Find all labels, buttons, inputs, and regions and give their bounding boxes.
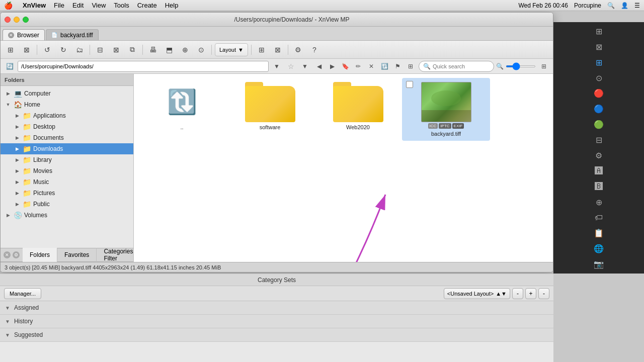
sidebar-item-pictures[interactable]: ▶ 📁 Pictures — [1, 188, 133, 199]
sidebar-item-volumes[interactable]: ▶ 💿 Volumes — [1, 210, 133, 221]
menubar-tools[interactable]: Tools — [114, 2, 129, 9]
apple-menu[interactable]: 🍎 — [4, 2, 13, 10]
layout-plus-btn[interactable]: + — [525, 288, 536, 299]
manager-btn[interactable]: Manager... — [4, 288, 41, 299]
dock-icon-3[interactable]: ⊞ — [590, 56, 608, 69]
sidebar-item-public[interactable]: ▶ 📁 Public — [1, 199, 133, 210]
sidebar-item-downloads[interactable]: ▶ 📁 Downloads — [1, 143, 133, 154]
dock-icon-1[interactable]: ⊞ — [590, 25, 608, 38]
file-item-parent[interactable]: 🔃 .. — [138, 78, 226, 141]
accordion-header-history[interactable]: ▼ History — [0, 315, 553, 328]
toolbar-shrink-btn[interactable]: ⊟ — [93, 43, 107, 56]
sidebar-item-movies[interactable]: ▶ 📁 Movies — [1, 165, 133, 176]
toolbar-back-btn[interactable]: ↺ — [40, 43, 54, 56]
file-item-web2020[interactable]: Web2020 — [314, 78, 402, 141]
addr-edit-btn[interactable]: ✏ — [352, 61, 364, 72]
zoom-range[interactable] — [506, 65, 536, 67]
dock-icon-15[interactable]: 🌐 — [590, 242, 608, 255]
layout-minus-btn[interactable]: - — [512, 288, 523, 299]
addr-bookmark-btn[interactable]: 🔖 — [339, 61, 351, 72]
toolbar-view-btn[interactable]: ⊠ — [20, 43, 34, 56]
addr-dropdown-btn[interactable]: ▼ — [271, 61, 283, 72]
dock-icon-6[interactable]: 🔵 — [590, 102, 608, 116]
main-window: /Users/porcupine/Downloads/ - XnView MP … — [0, 12, 553, 273]
addr-flag-btn[interactable]: ⚑ — [391, 61, 404, 72]
btab-categories[interactable]: Categories Filter — [97, 248, 134, 262]
toolbar-convert-btn[interactable]: ⬒ — [162, 43, 176, 56]
menubar-create[interactable]: Create — [137, 2, 157, 9]
dock-icon-4[interactable]: ⊙ — [590, 71, 608, 85]
dock-icon-14[interactable]: 📋 — [590, 226, 608, 240]
layout-dash-btn[interactable]: - — [538, 288, 549, 299]
menubar-view[interactable]: View — [92, 2, 106, 9]
addr-x-btn[interactable]: ✕ — [365, 61, 377, 72]
btab-favorites[interactable]: Favorites — [57, 248, 97, 262]
dock-icon-7[interactable]: 🟢 — [590, 118, 608, 131]
addr-star-btn[interactable]: ☆ — [285, 61, 297, 72]
menubar-search-icon[interactable]: 🔍 — [607, 2, 615, 9]
addr-go-btn[interactable]: 🔄 — [4, 61, 16, 72]
sidebar-close-btn[interactable]: ✕ — [4, 251, 11, 258]
file-item-backyard[interactable]: ICC IPTC EXIF backyard.tiff — [402, 78, 490, 141]
toolbar-home-btn[interactable]: ⊞ — [4, 43, 18, 56]
menubar-help[interactable]: Help — [165, 2, 179, 9]
toolbar-fwd-btn[interactable]: ↻ — [56, 43, 70, 56]
sidebar-item-applications[interactable]: ▶ 📁 Applications — [1, 110, 133, 121]
dock-icon-13[interactable]: 🏷 — [590, 211, 608, 225]
addr-fullscreen-btn[interactable]: ⊞ — [538, 61, 550, 72]
dock-icon-2[interactable]: ⊠ — [590, 40, 608, 54]
toolbar-hex-btn[interactable]: ⧉ — [125, 43, 139, 56]
dock-icon-5[interactable]: 🔴 — [590, 87, 608, 101]
accordion-label-history: History — [14, 318, 33, 325]
toolbar-thumbnail-small[interactable]: ⊞ — [255, 43, 269, 56]
tab-image[interactable]: 📄 backyard.tiff — [46, 29, 98, 40]
tab-browser[interactable]: ✕ Browser — [3, 29, 45, 40]
toolbar-print-btn[interactable]: 🖶 — [146, 43, 160, 56]
sidebar-item-library[interactable]: ▶ 📁 Library — [1, 154, 133, 165]
sidebar-item-documents[interactable]: ▶ 📁 Documents — [1, 132, 133, 143]
menubar-appname[interactable]: XnView — [23, 2, 46, 9]
dock-icon-16[interactable]: 📷 — [590, 257, 608, 271]
addr-fwd-nav[interactable]: ▶ — [326, 61, 338, 72]
tab-close-browser[interactable]: ✕ — [8, 32, 14, 38]
minimize-button[interactable] — [14, 17, 20, 23]
toolbar-folder-btn[interactable]: 🗂 — [72, 43, 87, 56]
menubar-edit[interactable]: Edit — [72, 2, 84, 9]
file-checkbox-backyard[interactable] — [406, 81, 413, 88]
search-input[interactable] — [433, 63, 483, 69]
menubar-file[interactable]: File — [54, 2, 64, 9]
dock-icon-9[interactable]: ⚙ — [590, 149, 608, 162]
tab-label-browser: Browser — [17, 32, 39, 39]
dock-icon-12[interactable]: ⊕ — [590, 196, 608, 209]
toolbar-add-btn[interactable]: ⊕ — [178, 43, 192, 56]
addr-back-nav[interactable]: ◀ — [313, 61, 325, 72]
toolbar-tile-btn[interactable]: ⊠ — [109, 43, 123, 56]
toolbar-help-btn[interactable]: ? — [307, 43, 321, 56]
accordion-header-assigned[interactable]: ▼ Assigned — [0, 301, 553, 314]
toolbar-scan-btn[interactable]: ⊙ — [194, 43, 208, 56]
menubar-menu-icon[interactable]: ☰ — [634, 2, 640, 9]
toolbar-layout-btn[interactable]: Layout ▼ — [215, 43, 248, 56]
btab-folders[interactable]: Folders — [23, 248, 57, 262]
dock-icon-11[interactable]: 🅱 — [590, 180, 608, 194]
close-button[interactable] — [5, 17, 11, 23]
folder-icon-movies: 📁 — [23, 167, 31, 175]
addr-star-dropdown[interactable]: ▼ — [299, 61, 311, 72]
address-input[interactable] — [18, 61, 269, 72]
sidebar-item-desktop[interactable]: ▶ 📁 Desktop — [1, 121, 133, 132]
badge-iptc: IPTC — [439, 123, 451, 129]
sidebar-item-music[interactable]: ▶ 📁 Music — [1, 176, 133, 188]
dock-icon-8[interactable]: ⊟ — [590, 133, 608, 147]
maximize-button[interactable] — [23, 17, 29, 23]
dock-icon-10[interactable]: 🅰 — [590, 164, 608, 178]
accordion-header-suggested[interactable]: ▼ Suggested — [0, 328, 553, 341]
toolbar-settings-btn[interactable]: ⚙ — [291, 43, 305, 56]
sidebar-item-computer[interactable]: ▶ 💻 Computer — [1, 88, 133, 99]
sidebar-item-home[interactable]: ▼ 🏠 Home — [1, 99, 133, 110]
layout-dropdown[interactable]: <Unsaved Layout> ▲▼ — [444, 288, 510, 299]
toolbar-thumbnail-med[interactable]: ⊠ — [271, 43, 285, 56]
addr-grid-btn[interactable]: ⊞ — [405, 61, 417, 72]
addr-refresh-btn[interactable]: 🔃 — [378, 61, 390, 72]
sidebar-gear-btn[interactable]: ⚙ — [13, 251, 20, 258]
file-item-software[interactable]: software — [226, 78, 314, 141]
